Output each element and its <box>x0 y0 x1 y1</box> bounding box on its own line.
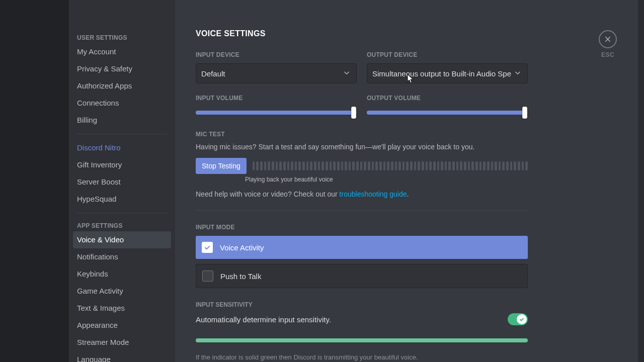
sidebar-item-connections[interactable]: Connections <box>73 95 171 112</box>
auto-sensitivity-toggle[interactable] <box>508 313 528 325</box>
input-volume-label: INPUT VOLUME <box>196 95 357 102</box>
check-icon <box>517 314 527 324</box>
sidebar-header-app: APP SETTINGS <box>73 218 171 231</box>
sidebar-item-keybinds[interactable]: Keybinds <box>73 265 171 283</box>
section-divider <box>196 210 528 211</box>
checkbox-unchecked-icon <box>202 270 213 282</box>
sidebar-item-notifications[interactable]: Notifications <box>73 248 171 265</box>
sidebar-divider <box>77 134 167 134</box>
output-volume-slider[interactable] <box>367 107 528 119</box>
playback-status: Playing back your beautiful voice <box>245 176 528 183</box>
sidebar-item-privacy[interactable]: Privacy & Safety <box>73 60 171 77</box>
page-title: VOICE SETTINGS <box>196 29 528 38</box>
sidebar-item-nitro[interactable]: Discord Nitro <box>73 139 171 156</box>
sidebar-item-voice-video[interactable]: Voice & Video <box>73 231 171 248</box>
chevron-down-icon <box>342 68 351 79</box>
close-icon <box>604 35 612 43</box>
chevron-down-icon <box>513 68 522 79</box>
sidebar-divider <box>77 213 167 213</box>
sidebar-item-authorized-apps[interactable]: Authorized Apps <box>73 77 171 95</box>
close-button[interactable] <box>599 30 617 48</box>
input-device-select[interactable]: Default <box>196 63 357 83</box>
mic-test-label: MIC TEST <box>196 131 528 138</box>
sidebar-item-hypesquad[interactable]: HypeSquad <box>73 191 171 208</box>
push-to-talk-label: Push to Talk <box>220 272 261 281</box>
sidebar-item-billing[interactable]: Billing <box>73 112 171 129</box>
input-sensitivity-label: INPUT SENSITIVITY <box>196 301 528 308</box>
close-container: ESC <box>599 30 617 58</box>
voice-activity-label: Voice Activity <box>220 243 264 252</box>
scrollbar-track[interactable] <box>638 0 644 362</box>
troubleshooting-link[interactable]: troubleshooting guide <box>340 190 407 198</box>
input-volume-slider[interactable] <box>196 107 357 119</box>
input-device-value: Default <box>201 69 342 78</box>
input-mode-label: INPUT MODE <box>196 224 528 231</box>
settings-main: VOICE SETTINGS INPUT DEVICE Default OUTP… <box>175 0 644 362</box>
help-text: Need help with voice or video? Check out… <box>196 190 528 198</box>
sidebar-item-game-activity[interactable]: Game Activity <box>73 283 171 300</box>
sidebar-item-text-images[interactable]: Text & Images <box>73 300 171 317</box>
auto-sensitivity-text: Automatically determine input sensitivit… <box>196 315 331 324</box>
output-device-value: Simultaneous output to Built-in Audio Sp… <box>372 69 513 78</box>
sidebar-item-language[interactable]: Language <box>73 351 171 362</box>
sidebar-item-my-account[interactable]: My Account <box>73 43 171 60</box>
sensitivity-indicator <box>196 338 528 342</box>
help-suffix: . <box>407 190 409 198</box>
sidebar-item-gift-inventory[interactable]: Gift Inventory <box>73 156 171 173</box>
settings-sidebar: USER SETTINGS My Account Privacy & Safet… <box>69 0 175 362</box>
help-prefix: Need help with voice or video? Check out… <box>196 190 340 198</box>
input-mode-voice-activity[interactable]: Voice Activity <box>196 236 528 259</box>
sensitivity-note: If the indicator is solid green then Dis… <box>196 353 528 361</box>
checkbox-checked-icon <box>202 242 213 253</box>
window-left-gutter <box>0 0 69 362</box>
sidebar-item-streamer-mode[interactable]: Streamer Mode <box>73 334 171 351</box>
input-mode-push-to-talk[interactable]: Push to Talk <box>196 264 528 288</box>
mic-test-desc: Having mic issues? Start a test and say … <box>196 143 528 151</box>
output-volume-label: OUTPUT VOLUME <box>367 95 528 102</box>
output-device-select[interactable]: Simultaneous output to Built-in Audio Sp… <box>367 63 528 83</box>
sidebar-header-user: USER SETTINGS <box>73 30 171 43</box>
sidebar-item-appearance[interactable]: Appearance <box>73 317 171 334</box>
input-device-label: INPUT DEVICE <box>196 51 357 58</box>
mic-level-meter <box>253 161 528 170</box>
sidebar-item-server-boost[interactable]: Server Boost <box>73 173 171 191</box>
stop-testing-button[interactable]: Stop Testing <box>196 158 247 174</box>
output-device-label: OUTPUT DEVICE <box>367 51 528 58</box>
esc-label: ESC <box>601 51 614 58</box>
